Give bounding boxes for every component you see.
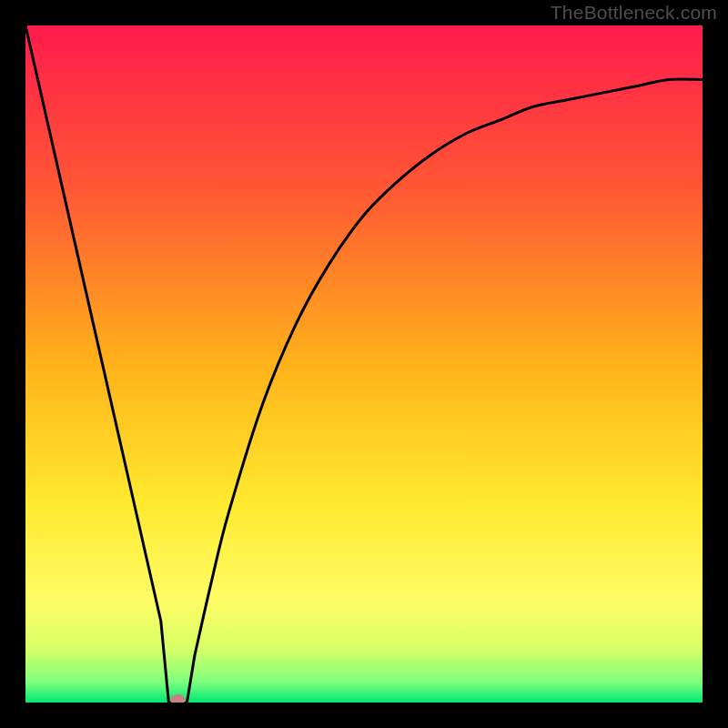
watermark-text: TheBottleneck.com bbox=[551, 2, 717, 24]
plot-background bbox=[25, 25, 703, 703]
chart-plot bbox=[25, 25, 703, 703]
chart-frame: TheBottleneck.com bbox=[0, 0, 728, 728]
